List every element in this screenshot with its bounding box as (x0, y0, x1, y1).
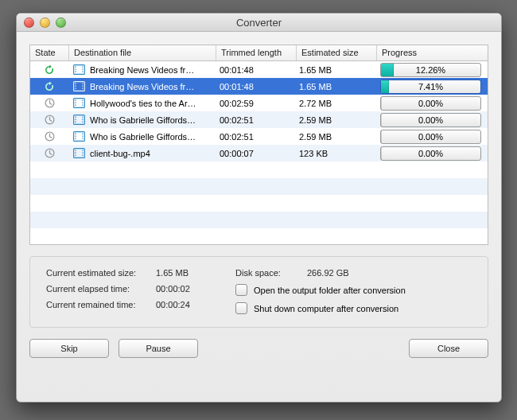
table-row[interactable]: Who is Gabrielle Giffords…00:02:512.59 M… (30, 111, 488, 128)
file-name: Breaking News Videos fr… (90, 82, 194, 91)
file-name: Who is Gabrielle Giffords… (90, 115, 196, 125)
progress-percent: 0.00% (381, 130, 480, 143)
file-name: Who is Gabrielle Giffords… (90, 132, 196, 142)
skip-button[interactable]: Skip (29, 339, 109, 358)
arrow-refresh-icon (44, 81, 55, 92)
titlebar[interactable]: Converter (17, 14, 501, 32)
table-row[interactable]: Hollywood's ties to the Ar…00:02:592.72 … (30, 95, 488, 111)
table-row-empty (30, 178, 488, 195)
svg-rect-16 (75, 100, 76, 101)
cell-progress: 0.00% (374, 145, 488, 161)
cell-progress: 12.26% (374, 61, 488, 78)
video-file-icon (73, 131, 85, 142)
progress-bar: 0.00% (380, 146, 481, 161)
progress-percent: 0.00% (381, 147, 480, 160)
svg-rect-37 (82, 138, 83, 139)
cell-state (30, 128, 68, 145)
svg-rect-9 (75, 86, 76, 87)
col-state[interactable]: State (30, 45, 69, 60)
table-body: Breaking News Videos fr…00:01:481.65 MB1… (30, 61, 488, 244)
disk-space-value: 266.92 GB (307, 268, 349, 278)
svg-rect-1 (75, 67, 76, 68)
svg-rect-29 (82, 122, 83, 122)
table-row[interactable]: Who is Gabrielle Giffords…00:02:512.59 M… (30, 128, 488, 145)
clock-icon (45, 98, 55, 108)
arrow-refresh-icon (44, 64, 55, 76)
checkbox-icon (235, 302, 247, 314)
table-row[interactable]: Breaking News Videos fr…00:01:481.65 MB7… (30, 78, 488, 95)
cell-trimmed-length: 00:02:51 (215, 128, 294, 145)
cell-trimmed-length: 00:02:51 (215, 111, 294, 128)
zoom-window-icon[interactable] (56, 18, 66, 28)
close-button[interactable]: Close (409, 339, 488, 358)
shut-down-computer-checkbox[interactable]: Shut down computer after conversion (235, 302, 406, 314)
progress-bar: 0.00% (380, 130, 481, 144)
svg-rect-13 (82, 88, 83, 89)
svg-rect-35 (82, 134, 83, 134)
svg-rect-8 (75, 84, 76, 84)
cell-estimated-size: 2.59 MB (294, 128, 374, 145)
current-elapsed-time-label: Current elapsed time: (46, 284, 148, 294)
progress-percent: 12.26% (381, 64, 480, 76)
svg-rect-21 (82, 105, 83, 106)
progress-percent: 7.41% (381, 80, 480, 93)
current-estimated-size-label: Current estimated size: (46, 268, 148, 278)
conversion-table: State Destination file Trimmed length Es… (29, 45, 488, 245)
video-file-icon (73, 148, 85, 158)
cell-state (30, 78, 68, 95)
svg-rect-18 (75, 105, 76, 106)
svg-rect-41 (75, 153, 76, 154)
cell-progress: 7.41% (374, 78, 488, 95)
table-row-empty (30, 212, 488, 228)
svg-rect-33 (75, 136, 76, 137)
svg-rect-42 (75, 155, 76, 156)
svg-rect-28 (82, 119, 83, 120)
col-trimmed-length[interactable]: Trimmed length (216, 45, 297, 60)
cell-progress: 0.00% (374, 111, 488, 128)
svg-rect-45 (82, 155, 83, 156)
clock-icon (45, 115, 55, 125)
pause-button[interactable]: Pause (119, 339, 198, 358)
table-row[interactable]: Breaking News Videos fr…00:01:481.65 MB1… (30, 61, 488, 78)
progress-percent: 0.00% (381, 114, 480, 126)
current-elapsed-time-value: 00:00:02 (156, 284, 204, 294)
col-destination-file[interactable]: Destination file (69, 45, 216, 60)
minimize-window-icon[interactable] (40, 18, 50, 28)
file-name: Hollywood's ties to the Ar… (90, 99, 196, 108)
cell-trimmed-length: 00:01:48 (215, 61, 294, 78)
video-file-icon (73, 64, 85, 75)
svg-rect-25 (75, 119, 76, 120)
svg-rect-10 (75, 88, 76, 89)
svg-rect-2 (75, 69, 76, 70)
svg-rect-6 (82, 72, 83, 72)
svg-rect-32 (75, 134, 76, 134)
cell-state (30, 95, 68, 111)
progress-bar: 0.00% (380, 113, 481, 127)
table-row[interactable]: client-bug-.mp400:00:07123 KB0.00% (30, 145, 488, 161)
svg-rect-40 (75, 150, 76, 151)
table-row-empty (30, 161, 488, 178)
cell-destination-file: client-bug-.mp4 (68, 145, 215, 161)
cell-destination-file: Breaking News Videos fr… (68, 78, 215, 95)
cell-state (30, 61, 68, 78)
shut-down-computer-label: Shut down computer after conversion (254, 304, 398, 313)
col-estimated-size[interactable]: Estimated size (297, 45, 377, 60)
cell-estimated-size: 2.72 MB (294, 95, 374, 111)
cell-estimated-size: 1.65 MB (294, 78, 374, 95)
converter-window: Converter State Destination file Trimmed… (16, 13, 502, 402)
info-panel: Current estimated size: 1.65 MB Current … (29, 256, 488, 328)
progress-percent: 0.00% (381, 97, 480, 110)
close-window-icon[interactable] (24, 18, 34, 28)
cell-estimated-size: 123 KB (294, 145, 374, 161)
video-file-icon (73, 115, 85, 125)
svg-rect-12 (82, 86, 83, 87)
video-file-icon (73, 98, 85, 108)
cell-estimated-size: 1.65 MB (294, 61, 374, 78)
svg-rect-36 (82, 136, 83, 137)
svg-rect-5 (82, 69, 83, 70)
col-progress[interactable]: Progress (377, 45, 488, 60)
svg-rect-17 (75, 103, 76, 103)
progress-bar: 12.26% (380, 63, 481, 77)
cell-trimmed-length: 00:01:48 (215, 78, 294, 95)
open-output-folder-checkbox[interactable]: Open the output folder after conversion (235, 284, 406, 296)
